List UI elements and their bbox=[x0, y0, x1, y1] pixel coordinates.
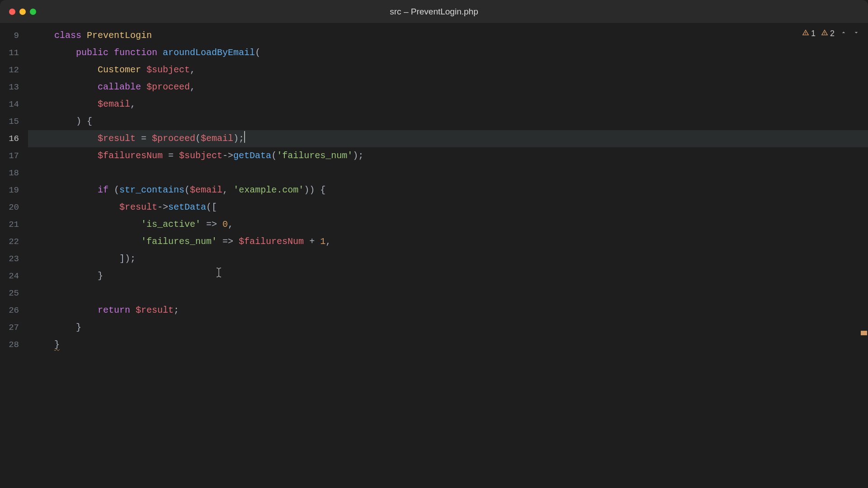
variable: $result bbox=[136, 305, 174, 315]
punc: ( bbox=[184, 185, 190, 195]
function-call: str_contains bbox=[119, 185, 184, 195]
class-name: PreventLogin bbox=[87, 30, 152, 41]
line-number-gutter: 9 11 12 13 14 15 16 17 18 19 20 21 22 23… bbox=[0, 23, 28, 488]
punc: ]); bbox=[119, 253, 136, 264]
code-line[interactable]: public function aroundLoadByEmail( bbox=[28, 44, 868, 61]
scrollbar[interactable] bbox=[861, 23, 867, 488]
line-number: 18 bbox=[0, 164, 28, 182]
variable: $email bbox=[98, 99, 130, 109]
code-line[interactable]: 'failures_num' => $failuresNum + 1, bbox=[28, 233, 868, 250]
punc: , bbox=[130, 99, 136, 109]
punc: ([ bbox=[206, 202, 217, 212]
line-number: 23 bbox=[0, 250, 28, 267]
line-number: 13 bbox=[0, 79, 28, 96]
code-line[interactable]: class PreventLogin bbox=[28, 27, 868, 44]
line-number: 17 bbox=[0, 147, 28, 164]
punc: -> bbox=[222, 150, 233, 161]
code-line[interactable]: $result = $proceed($email); bbox=[28, 130, 868, 147]
window-title: src – PreventLogin.php bbox=[9, 7, 859, 17]
code-line[interactable]: ) { bbox=[28, 113, 868, 130]
variable: $subject bbox=[179, 150, 222, 161]
string: 'failures_num' bbox=[141, 236, 217, 247]
editor-window: src – PreventLogin.php 1 2 bbox=[0, 0, 868, 488]
number: 1 bbox=[320, 236, 326, 247]
punc: ); bbox=[353, 150, 363, 161]
code-line[interactable]: } bbox=[28, 336, 868, 353]
type: callable bbox=[98, 82, 141, 92]
punc: ); bbox=[233, 133, 244, 144]
editor-area[interactable]: 1 2 9 11 12 13 14 15 16 17 18 bbox=[0, 23, 868, 488]
code-line[interactable]: return $result; bbox=[28, 302, 868, 319]
punc: => bbox=[201, 219, 222, 230]
function-name: aroundLoadByEmail bbox=[163, 47, 255, 58]
code-line[interactable]: } bbox=[28, 267, 868, 285]
punc: } bbox=[76, 322, 81, 333]
keyword: return bbox=[98, 305, 130, 315]
code-line[interactable]: $email, bbox=[28, 96, 868, 113]
type: Customer bbox=[98, 65, 141, 75]
variable: $email bbox=[190, 185, 222, 195]
punc: = bbox=[163, 150, 179, 161]
variable: $result bbox=[98, 133, 136, 144]
method: getData bbox=[233, 150, 271, 161]
punc: ) { bbox=[76, 116, 92, 127]
punc: ( bbox=[108, 185, 119, 195]
line-number: 15 bbox=[0, 113, 28, 130]
keyword: function bbox=[114, 47, 157, 58]
punc: , bbox=[228, 219, 233, 230]
code-line[interactable]: 'is_active' => 0, bbox=[28, 216, 868, 233]
code-line[interactable] bbox=[28, 285, 868, 302]
punc: ( bbox=[195, 133, 201, 144]
method: setData bbox=[168, 202, 206, 212]
code-line[interactable]: $failuresNum = $subject->getData('failur… bbox=[28, 147, 868, 164]
close-icon[interactable] bbox=[9, 9, 15, 15]
keyword: if bbox=[98, 185, 108, 195]
variable: $subject bbox=[146, 65, 190, 75]
op: + bbox=[304, 236, 320, 247]
line-number: 24 bbox=[0, 267, 28, 285]
punc: )) { bbox=[304, 185, 326, 195]
code-content[interactable]: class PreventLogin public function aroun… bbox=[28, 23, 868, 488]
line-number: 22 bbox=[0, 233, 28, 250]
string: 'failures_num' bbox=[277, 150, 353, 161]
code-line[interactable] bbox=[28, 164, 868, 182]
number: 0 bbox=[222, 219, 228, 230]
punc: ( bbox=[255, 47, 260, 58]
string: 'example.com' bbox=[233, 185, 304, 195]
punc: => bbox=[217, 236, 239, 247]
code-line[interactable]: if (str_contains($email, 'example.com'))… bbox=[28, 182, 868, 199]
punc: , bbox=[190, 82, 195, 92]
titlebar: src – PreventLogin.php bbox=[0, 0, 868, 23]
line-number: 12 bbox=[0, 61, 28, 79]
line-number: 21 bbox=[0, 216, 28, 233]
caret-icon bbox=[244, 131, 245, 143]
line-number: 16 bbox=[0, 130, 28, 147]
punc: ; bbox=[174, 305, 179, 315]
code-line[interactable]: Customer $subject, bbox=[28, 61, 868, 79]
punc: ( bbox=[271, 150, 277, 161]
keyword: class bbox=[54, 30, 81, 41]
minimize-icon[interactable] bbox=[19, 9, 26, 15]
variable: $failuresNum bbox=[239, 236, 304, 247]
scroll-marker-icon bbox=[861, 331, 867, 335]
line-number: 20 bbox=[0, 199, 28, 216]
line-number: 14 bbox=[0, 96, 28, 113]
line-number: 28 bbox=[0, 336, 28, 353]
line-number: 19 bbox=[0, 182, 28, 199]
code-line[interactable]: ]); bbox=[28, 250, 868, 267]
window-controls bbox=[9, 9, 36, 15]
code-line[interactable]: callable $proceed, bbox=[28, 79, 868, 96]
code-line[interactable]: $result->setData([ bbox=[28, 199, 868, 216]
variable: $proceed bbox=[152, 133, 195, 144]
maximize-icon[interactable] bbox=[30, 9, 36, 15]
punc: } bbox=[98, 271, 103, 281]
string: 'is_active' bbox=[141, 219, 201, 230]
variable: $email bbox=[201, 133, 233, 144]
variable: $failuresNum bbox=[98, 150, 163, 161]
line-number: 27 bbox=[0, 319, 28, 336]
line-number: 9 bbox=[0, 27, 28, 44]
punc: = bbox=[136, 133, 152, 144]
line-number: 11 bbox=[0, 44, 28, 61]
variable: $result bbox=[119, 202, 157, 212]
code-line[interactable]: } bbox=[28, 319, 868, 336]
